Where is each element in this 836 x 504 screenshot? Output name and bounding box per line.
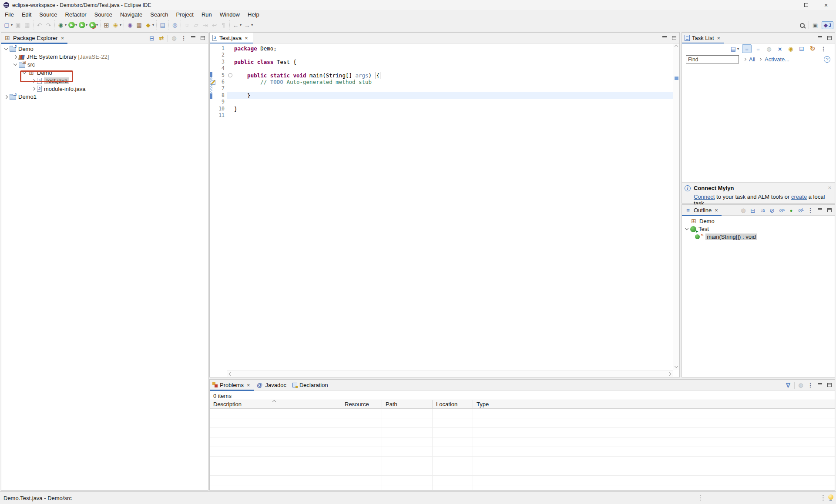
- hide-fields-icon[interactable]: [769, 207, 776, 214]
- close-window-button[interactable]: ×: [816, 0, 836, 10]
- minimize-problems-button[interactable]: [816, 382, 823, 389]
- scroll-right-icon[interactable]: [668, 372, 671, 376]
- forward-button[interactable]: ▾: [242, 21, 254, 29]
- chevron-right-icon[interactable]: [32, 87, 35, 90]
- minimize-view-button[interactable]: [190, 35, 197, 42]
- debug-dropdown-icon[interactable]: ▾: [65, 23, 67, 27]
- menu-navigate[interactable]: Navigate: [116, 10, 146, 19]
- hide-static-icon[interactable]: [778, 207, 785, 214]
- horizontal-scrollbar[interactable]: [227, 370, 673, 377]
- new-java-element-button[interactable]: ▾: [111, 21, 122, 29]
- tab-package-explorer[interactable]: Package Explorer ×: [1, 33, 67, 43]
- minimize-window-button[interactable]: [776, 0, 796, 10]
- new-dropdown-icon[interactable]: ▾: [11, 23, 13, 27]
- collapse-all-button[interactable]: [797, 45, 806, 53]
- run-button[interactable]: ▾: [67, 21, 78, 29]
- column-header-description[interactable]: Description: [210, 400, 341, 408]
- chevron-down-icon[interactable]: [13, 62, 17, 66]
- scroll-left-icon[interactable]: [229, 372, 232, 376]
- menu-source[interactable]: Source: [35, 10, 61, 19]
- back-button[interactable]: ▾: [231, 21, 242, 29]
- menu-window[interactable]: Window: [216, 10, 244, 19]
- tab-problems[interactable]: Problems×: [210, 380, 254, 391]
- hide-local-icon[interactable]: [797, 207, 804, 214]
- collapse-all-icon[interactable]: [749, 207, 756, 214]
- profile-dropdown-icon[interactable]: ▾: [96, 23, 98, 27]
- menu-project[interactable]: Project: [172, 10, 197, 19]
- menu-source-2[interactable]: Source: [91, 10, 116, 19]
- column-header-type[interactable]: Type: [473, 400, 509, 408]
- fold-collapse-icon[interactable]: −: [228, 73, 232, 77]
- menu-file[interactable]: File: [1, 10, 18, 19]
- filter-icon[interactable]: [785, 382, 792, 389]
- tree-item-demo1[interactable]: Demo1: [1, 93, 208, 100]
- open-task-button[interactable]: [125, 21, 134, 29]
- people-button[interactable]: [786, 45, 795, 53]
- tree-item-demo[interactable]: Demo: [1, 45, 208, 53]
- help-icon[interactable]: ?: [824, 56, 830, 63]
- new-java-project-button[interactable]: [102, 21, 111, 29]
- run-dropdown-icon[interactable]: ▾: [75, 23, 77, 27]
- sync-button[interactable]: [808, 45, 817, 53]
- focus-button[interactable]: [765, 45, 773, 53]
- clear-filter-button[interactable]: [776, 45, 784, 53]
- chevron-down-icon[interactable]: [4, 46, 8, 50]
- chevron-right-icon[interactable]: [743, 58, 746, 61]
- chevron-right-icon[interactable]: [13, 55, 17, 58]
- minimize-editor-button[interactable]: [661, 35, 668, 42]
- console-button[interactable]: [158, 21, 167, 29]
- close-editor-tab-button[interactable]: ×: [245, 35, 248, 41]
- collapse-all-icon[interactable]: [148, 35, 155, 42]
- kebab-icon[interactable]: [807, 207, 814, 214]
- code-editor[interactable]: 1package Demo;23public class Test {45− p…: [210, 43, 679, 377]
- tab-declaration[interactable]: Declaration: [290, 380, 332, 391]
- debug-button[interactable]: ▾: [56, 21, 67, 29]
- link-with-editor-icon[interactable]: [158, 35, 165, 42]
- column-header-location[interactable]: Location: [433, 400, 473, 408]
- maximize-window-button[interactable]: [796, 0, 816, 10]
- menu-run[interactable]: Run: [198, 10, 216, 19]
- tree-item-src[interactable]: src: [1, 61, 208, 69]
- activate-link[interactable]: Activate...: [765, 56, 789, 63]
- close-problems-button[interactable]: ×: [247, 382, 250, 388]
- create-link[interactable]: create: [791, 194, 807, 200]
- tree-item-test[interactable]: Test: [682, 225, 835, 233]
- tab-test-java[interactable]: Test.java ×: [210, 33, 253, 43]
- new-button[interactable]: ▾: [2, 21, 13, 29]
- chevron-right-icon[interactable]: [759, 58, 762, 61]
- categorized-button[interactable]: [742, 44, 752, 53]
- search-button[interactable]: [799, 22, 806, 29]
- connect-link[interactable]: Connect: [694, 194, 715, 200]
- profile-button[interactable]: ▾: [88, 21, 99, 29]
- close-task-list-button[interactable]: ×: [717, 35, 721, 41]
- scroll-down-icon[interactable]: [675, 364, 678, 368]
- menu-search[interactable]: Search: [146, 10, 172, 19]
- tab-javadoc[interactable]: Javadoc: [254, 380, 290, 391]
- maximize-problems-button[interactable]: [826, 382, 833, 389]
- scroll-up-icon[interactable]: [675, 45, 678, 48]
- view-menu-icon[interactable]: [807, 382, 814, 389]
- run-last-button[interactable]: ▾: [78, 21, 88, 29]
- tips-lightbulb-icon[interactable]: [828, 494, 833, 500]
- close-package-explorer-button[interactable]: ×: [61, 35, 64, 41]
- minimize-outline-button[interactable]: [816, 207, 823, 214]
- chevron-right-icon[interactable]: [4, 95, 8, 98]
- new-task-button[interactable]: ▾: [729, 45, 740, 53]
- back-dropdown-icon[interactable]: ▾: [240, 23, 242, 27]
- close-mylyn-button[interactable]: ×: [828, 184, 831, 191]
- public-only-icon[interactable]: [788, 207, 795, 214]
- mark-occurrences-dropdown-icon[interactable]: ▾: [152, 23, 154, 27]
- maximize-outline-button[interactable]: [826, 207, 833, 214]
- find-input[interactable]: [686, 55, 739, 63]
- menu-help[interactable]: Help: [244, 10, 263, 19]
- tab-outline[interactable]: Outline ×: [682, 205, 722, 216]
- run-last-dropdown-icon[interactable]: ▾: [86, 23, 87, 27]
- tree-item-module-info-java[interactable]: module-info.java: [1, 85, 208, 93]
- tree-item-main-string-void[interactable]: Smain(String[]) : void: [682, 233, 835, 241]
- open-perspective-button[interactable]: [812, 22, 819, 29]
- menu-refactor[interactable]: Refactor: [61, 10, 91, 19]
- maximize-view-button[interactable]: [199, 35, 206, 42]
- tree-item-demo[interactable]: Demo: [682, 217, 835, 225]
- minimize-task-list-button[interactable]: [816, 35, 823, 42]
- scheduled-button[interactable]: [754, 45, 762, 53]
